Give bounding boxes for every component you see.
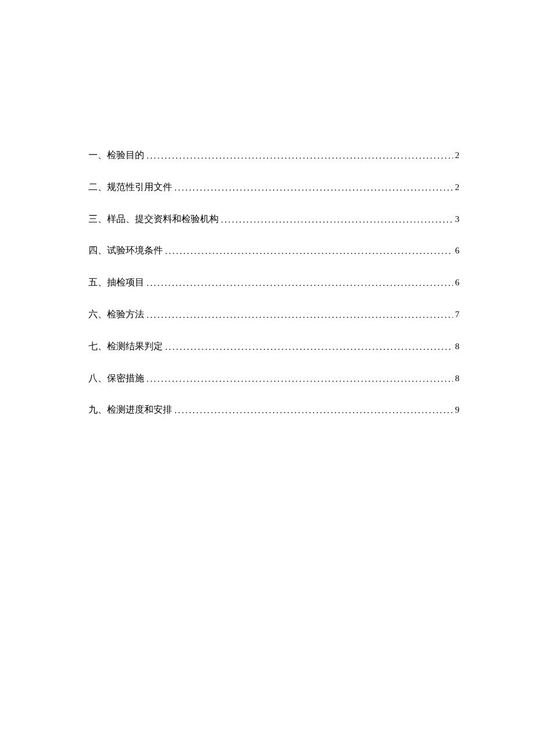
toc-leader-dots [165, 244, 453, 258]
toc-entry-title: 九、检测进度和安排 [88, 403, 172, 417]
toc-leader-dots [165, 340, 453, 354]
toc-entry: 五、抽检项目 6 [88, 275, 459, 290]
toc-entry-title: 二、规范性引用文件 [88, 180, 172, 195]
toc-entry: 七、检测结果判定 8 [88, 339, 459, 354]
toc-leader-dots [147, 372, 453, 386]
toc-entry-title: 三、样品、提交资料和检验机构 [88, 212, 219, 227]
toc-leader-dots [147, 276, 453, 290]
toc-entry: 三、样品、提交资料和检验机构 3 [88, 212, 459, 227]
toc-entry-page: 2 [455, 180, 460, 194]
toc-entry-page: 9 [455, 403, 460, 417]
toc-entry-page: 8 [455, 371, 460, 385]
toc-entry-title: 八、保密措施 [88, 371, 144, 386]
toc-leader-dots [221, 213, 453, 227]
toc-entry-page: 6 [455, 243, 460, 257]
toc-entry-page: 2 [455, 148, 460, 162]
toc-entry-page: 3 [455, 212, 460, 226]
toc-leader-dots [147, 308, 453, 322]
toc-entry-page: 6 [455, 275, 460, 289]
toc-entry: 一、检验目的 2 [88, 148, 459, 163]
document-page: 一、检验目的 2 二、规范性引用文件 2 三、样品、提交资料和检验机构 3 四、… [0, 0, 535, 417]
toc-entry: 八、保密措施 8 [88, 371, 459, 386]
toc-leader-dots [174, 181, 453, 195]
toc-entry-title: 六、检验方法 [88, 307, 144, 322]
toc-entry-title: 四、试验环境条件 [88, 243, 163, 258]
toc-leader-dots [174, 403, 453, 417]
toc-leader-dots [147, 149, 453, 163]
toc-entry-title: 七、检测结果判定 [88, 339, 163, 354]
toc-entry-page: 7 [455, 307, 460, 321]
toc-entry-title: 五、抽检项目 [88, 275, 144, 290]
table-of-contents: 一、检验目的 2 二、规范性引用文件 2 三、样品、提交资料和检验机构 3 四、… [88, 148, 459, 417]
toc-entry-title: 一、检验目的 [88, 148, 144, 163]
toc-entry: 六、检验方法 7 [88, 307, 459, 322]
toc-entry: 二、规范性引用文件 2 [88, 180, 459, 195]
toc-entry: 四、试验环境条件 6 [88, 243, 459, 258]
toc-entry: 九、检测进度和安排 9 [88, 403, 459, 417]
toc-entry-page: 8 [455, 339, 460, 353]
